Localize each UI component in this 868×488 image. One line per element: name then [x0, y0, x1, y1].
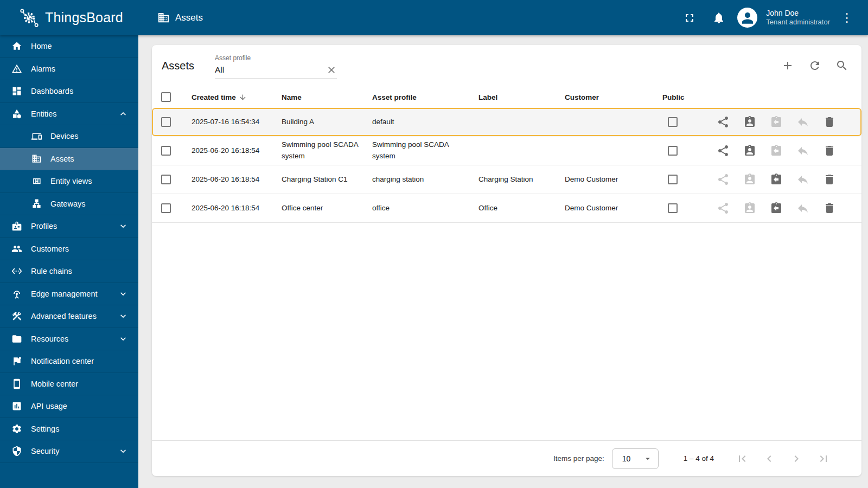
delete-icon[interactable]	[823, 115, 836, 129]
column-header-label[interactable]: Label	[478, 93, 565, 101]
sidebar-item-advanced-features[interactable]: Advanced features	[0, 305, 138, 328]
public-checkbox[interactable]	[668, 146, 678, 156]
sidebar-item-resources[interactable]: Resources	[0, 328, 138, 351]
assign-to-customer-icon	[743, 202, 756, 215]
filter-value[interactable]: All	[215, 65, 326, 75]
sidebar-item-devices[interactable]: Devices	[0, 125, 138, 148]
sidebar-item-api-usage[interactable]: API usage	[0, 395, 138, 418]
cell-created-time: 2025-06-20 16:18:54	[192, 174, 282, 185]
asset-profile-filter[interactable]: Asset profile All	[215, 52, 337, 79]
chevron-down-icon[interactable]	[118, 311, 129, 322]
thingsboard-logo[interactable]: ThingsBoard	[0, 7, 138, 29]
sidebar-item-customers[interactable]: Customers	[0, 238, 138, 261]
row-checkbox[interactable]	[161, 117, 171, 127]
fullscreen-button[interactable]	[679, 7, 700, 29]
assign-to-customer-icon[interactable]	[743, 115, 756, 129]
sidebar-item-entities[interactable]: Entities	[0, 103, 138, 126]
make-private-icon	[796, 144, 809, 157]
cell-asset-profile: Swimming pool SCADA system	[372, 139, 478, 162]
chevron-down-icon[interactable]	[118, 288, 129, 299]
delete-icon[interactable]	[823, 144, 836, 157]
topbar-page-title: Assets	[175, 12, 203, 23]
column-header-customer[interactable]: Customer	[565, 93, 662, 101]
chart-icon	[11, 401, 22, 412]
unassign-from-customer-icon[interactable]	[770, 202, 783, 215]
column-header-created-time[interactable]: Created time	[192, 93, 282, 101]
share-icon[interactable]	[717, 115, 730, 129]
row-checkbox[interactable]	[161, 175, 171, 184]
chevron-down-icon[interactable]	[118, 333, 129, 344]
sidebar-item-security[interactable]: Security	[0, 440, 138, 463]
table-header-row: Created time Name Asset profile Label Cu…	[152, 86, 861, 108]
last-page-button[interactable]	[817, 452, 830, 465]
previous-page-button[interactable]	[763, 452, 776, 465]
lan-icon	[31, 198, 42, 209]
cell-customer: Demo Customer	[565, 174, 662, 185]
sidebar-item-mobile-center[interactable]: Mobile center	[0, 373, 138, 396]
delete-icon[interactable]	[823, 173, 836, 186]
pagination-bar: Items per page: 10 1 – 4 of 4	[152, 440, 861, 476]
sidebar-item-profiles[interactable]: Profiles	[0, 215, 138, 238]
more-menu-button[interactable]: ⋮	[838, 12, 856, 24]
table-toolbar: Assets Asset profile All	[152, 45, 861, 86]
first-page-button[interactable]	[736, 452, 749, 465]
table-row[interactable]: 2025-06-20 16:18:54 Charging Station C1 …	[152, 165, 861, 194]
share-icon[interactable]	[717, 144, 730, 157]
fullscreen-icon	[683, 11, 696, 24]
table-row[interactable]: 2025-06-20 16:18:54 Office center office…	[152, 194, 861, 223]
notifications-button[interactable]	[708, 7, 730, 29]
public-checkbox[interactable]	[668, 117, 678, 127]
next-page-button[interactable]	[790, 452, 803, 465]
public-checkbox[interactable]	[668, 203, 678, 213]
settings-ethernet-icon	[11, 266, 22, 277]
close-icon[interactable]	[326, 65, 337, 75]
row-checkbox[interactable]	[161, 203, 171, 213]
column-header-public[interactable]: Public	[662, 93, 714, 101]
devices-icon	[31, 131, 42, 142]
sidebar-item-entity-views[interactable]: Entity views	[0, 170, 138, 193]
share-icon	[717, 202, 730, 215]
search-button[interactable]	[835, 59, 848, 72]
row-checkbox[interactable]	[161, 146, 171, 156]
cell-label: Office	[478, 203, 565, 214]
unassign-from-customer-icon[interactable]	[770, 173, 783, 186]
page-title: Assets	[162, 60, 194, 72]
items-per-page-select[interactable]: 10	[612, 448, 659, 469]
user-avatar[interactable]	[737, 8, 757, 28]
cell-asset-profile: default	[372, 117, 478, 128]
sidebar-item-home[interactable]: Home	[0, 35, 138, 58]
assets-table-card: Assets Asset profile All Created time	[152, 45, 861, 476]
cell-name: Charging Station C1	[282, 174, 372, 185]
column-header-asset-profile[interactable]: Asset profile	[372, 93, 478, 101]
sidebar-item-alarms[interactable]: Alarms	[0, 58, 138, 81]
chevron-down-icon[interactable]	[118, 221, 129, 232]
chevron-down-icon[interactable]	[118, 446, 129, 457]
sidebar-item-dashboards[interactable]: Dashboards	[0, 80, 138, 103]
chevron-up-icon[interactable]	[118, 108, 129, 119]
user-name: John Doe	[766, 8, 830, 18]
column-header-name[interactable]: Name	[282, 93, 372, 101]
view-quilt-icon	[31, 176, 42, 187]
sidebar-item-assets[interactable]: Assets	[0, 148, 138, 171]
add-asset-button[interactable]	[781, 59, 794, 72]
sidebar-item-gateways[interactable]: Gateways	[0, 193, 138, 216]
public-checkbox[interactable]	[668, 175, 678, 184]
sidebar-item-notification-center[interactable]: Notification center	[0, 350, 138, 373]
people-icon	[11, 243, 22, 254]
table-row[interactable]: 2025-07-16 16:54:34 Building A default	[152, 108, 861, 137]
top-bar: ThingsBoard Assets John Doe Tenant admin…	[0, 0, 868, 35]
sidebar-item-rule-chains[interactable]: Rule chains	[0, 260, 138, 283]
select-all-checkbox[interactable]	[161, 92, 171, 102]
refresh-button[interactable]	[808, 59, 821, 72]
table-row[interactable]: 2025-06-20 16:18:54 Swimming pool SCADA …	[152, 137, 861, 165]
sidebar-item-settings[interactable]: Settings	[0, 418, 138, 441]
construction-icon	[11, 311, 22, 322]
sidebar-item-edge-management[interactable]: Edge management	[0, 283, 138, 306]
delete-icon[interactable]	[823, 202, 836, 215]
cell-name: Swimming pool SCADA system	[282, 139, 372, 162]
dashboard-icon	[11, 86, 22, 97]
assign-to-customer-icon[interactable]	[743, 144, 756, 157]
cell-customer: Demo Customer	[565, 203, 662, 214]
cell-name: Office center	[282, 203, 372, 214]
gear-icon	[11, 423, 22, 434]
